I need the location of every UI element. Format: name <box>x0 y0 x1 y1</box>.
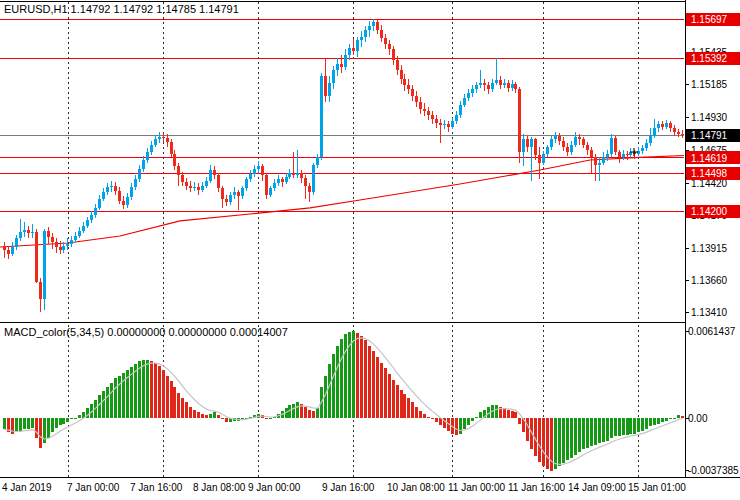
candle-body <box>312 165 315 192</box>
candle-body <box>189 186 192 189</box>
level-badge-label: 1.15697 <box>691 14 728 25</box>
candle-body <box>467 93 470 98</box>
candle-body <box>673 128 676 132</box>
macd-histogram-bar <box>292 404 295 418</box>
macd-histogram-bar <box>582 418 585 449</box>
candle-body <box>392 49 395 59</box>
candle-body <box>356 40 359 50</box>
candle-body <box>320 76 323 157</box>
candle-body <box>669 123 672 128</box>
candle-body <box>265 175 268 194</box>
macd-histogram-bar <box>598 418 601 443</box>
candle-body <box>629 152 632 155</box>
candle-body <box>225 199 228 203</box>
candle-body <box>483 83 486 86</box>
candle-body <box>459 105 462 115</box>
time-axis-label: 7 Jan 00:00 <box>67 482 120 493</box>
macd-histogram-bar <box>673 418 676 419</box>
candle-body <box>507 83 510 88</box>
candle-body <box>530 139 533 147</box>
candle-body <box>142 160 145 169</box>
candle-body <box>166 138 169 142</box>
macd-histogram-bar <box>185 402 188 418</box>
macd-histogram-bar <box>166 376 169 418</box>
candle-body <box>90 215 93 220</box>
candle-body <box>146 152 149 160</box>
candle-body <box>403 79 406 85</box>
time-axis-label: 10 Jan 08:00 <box>387 482 445 493</box>
candle-body <box>277 179 280 183</box>
macd-histogram-bar <box>3 418 6 429</box>
macd-histogram-bar <box>633 418 636 434</box>
candle-body <box>292 173 295 176</box>
candle-body <box>7 250 10 254</box>
macd-histogram-bar <box>43 418 46 443</box>
candle-body <box>514 84 517 89</box>
candle-body <box>348 48 351 54</box>
candle-body <box>598 163 601 166</box>
candle-body <box>11 247 14 253</box>
candle-body <box>396 60 399 70</box>
macd-histogram-bar <box>102 391 105 418</box>
level-badge-label: 1.14619 <box>691 153 728 164</box>
candle-body <box>3 246 6 250</box>
macd-histogram-bar <box>562 418 565 463</box>
candle-body <box>411 89 414 95</box>
candle-body <box>550 139 553 147</box>
candle-body <box>594 157 597 165</box>
macd-histogram-bar <box>514 412 517 418</box>
candle-body <box>296 173 299 176</box>
candle-body <box>19 232 22 238</box>
macd-histogram-bar <box>328 364 331 418</box>
candle-body <box>352 48 355 51</box>
candle-body <box>122 201 125 205</box>
macd-histogram-bar <box>622 418 625 435</box>
macd-histogram-bar <box>566 418 569 460</box>
candle-body <box>455 115 458 121</box>
candle-body <box>237 192 240 196</box>
macd-histogram-bar <box>269 418 272 419</box>
candle-body <box>281 179 284 182</box>
candle-body <box>94 208 97 216</box>
macd-histogram-bar <box>388 374 391 418</box>
candle-body <box>59 247 62 250</box>
macd-histogram-bar <box>173 387 176 418</box>
macd-histogram-bar <box>471 418 474 421</box>
macd-histogram-bar <box>626 418 629 435</box>
candle-body <box>360 37 363 41</box>
time-axis-label: 15 Jan 01:00 <box>628 482 686 493</box>
macd-histogram-bar <box>332 354 335 418</box>
macd-histogram-bar <box>618 418 621 436</box>
macd-histogram-bar <box>637 418 640 432</box>
candle-body <box>657 124 660 128</box>
macd-histogram-bar <box>614 418 617 436</box>
macd-histogram-bar <box>225 418 228 422</box>
current-price-badge-label: 1.14791 <box>691 130 728 141</box>
chart-canvas[interactable]: 1.154351.151851.149301.146751.144201.141… <box>0 0 740 500</box>
macd-histogram-bar <box>15 418 18 432</box>
macd-histogram-bar <box>380 363 383 418</box>
macd-histogram-bar <box>669 418 672 419</box>
macd-indicator-title: MACD_color(5,34,5) 0.00000000 0.00000000… <box>4 326 288 338</box>
candle-body <box>618 152 621 157</box>
candle-body <box>610 138 613 153</box>
time-axis-label: 7 Jan 16:00 <box>130 482 183 493</box>
price-axis-area[interactable] <box>686 0 740 477</box>
candle-body <box>542 154 545 163</box>
macd-histogram-bar <box>221 418 224 419</box>
candle-body <box>170 142 173 154</box>
macd-histogram-bar <box>677 415 680 418</box>
macd-histogram-bar <box>665 418 668 421</box>
macd-histogram-bar <box>503 408 506 418</box>
macd-histogram-bar <box>372 351 375 418</box>
candle-body <box>554 136 557 140</box>
macd-histogram-bar <box>431 418 434 419</box>
candle-body <box>324 76 327 95</box>
candle-body <box>415 96 418 102</box>
macd-histogram-bar <box>435 418 438 422</box>
macd-histogram-bar <box>304 407 307 418</box>
macd-histogram-bar <box>415 407 418 418</box>
candle-body <box>471 89 474 93</box>
candle-body <box>546 147 549 153</box>
main-price-panel[interactable] <box>0 0 684 322</box>
